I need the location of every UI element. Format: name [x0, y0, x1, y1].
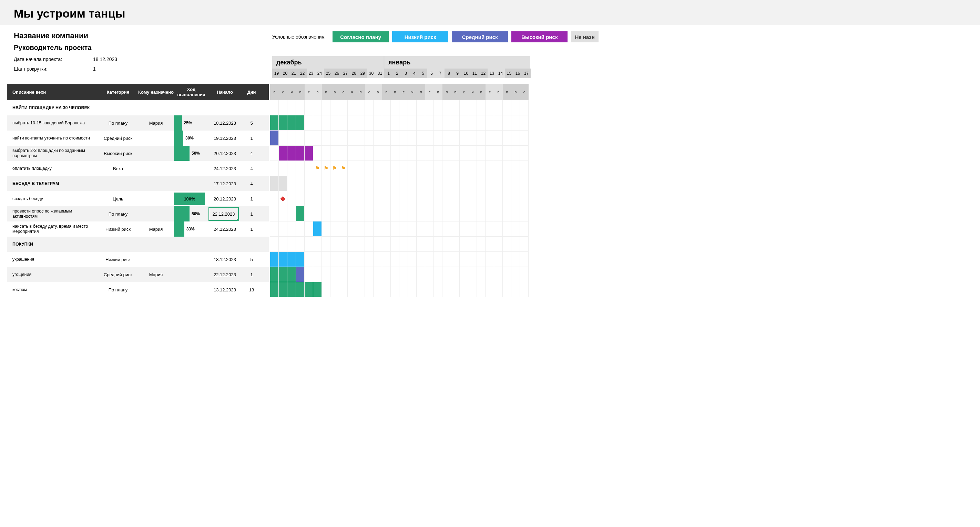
- gantt-cell[interactable]: [503, 252, 511, 267]
- gantt-cell[interactable]: [417, 191, 425, 206]
- gantt-cell[interactable]: [477, 100, 485, 115]
- gantt-cell[interactable]: [322, 115, 331, 130]
- gantt-cell[interactable]: [451, 176, 460, 191]
- gantt-cell[interactable]: [296, 191, 305, 206]
- gantt-cell[interactable]: [477, 237, 485, 252]
- gantt-cell[interactable]: [485, 115, 494, 130]
- gantt-cell[interactable]: [356, 252, 365, 267]
- gantt-cell[interactable]: [434, 206, 442, 221]
- gantt-cell[interactable]: [279, 267, 287, 282]
- gantt-cell[interactable]: [270, 252, 279, 267]
- gantt-cell[interactable]: [287, 100, 296, 115]
- gantt-cell[interactable]: [339, 115, 348, 130]
- gantt-cell[interactable]: [408, 130, 417, 146]
- gantt-cell[interactable]: [434, 100, 442, 115]
- gantt-cell[interactable]: [468, 130, 477, 146]
- gantt-cell[interactable]: [270, 237, 279, 252]
- gantt-cell[interactable]: [279, 282, 287, 297]
- gantt-cell[interactable]: [287, 252, 296, 267]
- gantt-cell[interactable]: [460, 267, 468, 282]
- gantt-cell[interactable]: [331, 206, 339, 221]
- gantt-cell[interactable]: [477, 115, 485, 130]
- gantt-cell[interactable]: [296, 115, 305, 130]
- gantt-cell[interactable]: [442, 267, 451, 282]
- gantt-cell[interactable]: [322, 282, 331, 297]
- gantt-cell[interactable]: [520, 146, 528, 161]
- gantt-cell[interactable]: [477, 206, 485, 221]
- gantt-cell[interactable]: [503, 115, 511, 130]
- gantt-cell[interactable]: [399, 237, 408, 252]
- gantt-cell[interactable]: [460, 100, 468, 115]
- gantt-cell[interactable]: [365, 130, 374, 146]
- gantt-cell[interactable]: [442, 115, 451, 130]
- gantt-cell[interactable]: [279, 252, 287, 267]
- gantt-cell[interactable]: [270, 267, 279, 282]
- gantt-cell[interactable]: [494, 191, 503, 206]
- gantt-cell[interactable]: [399, 221, 408, 237]
- gantt-cell[interactable]: [356, 237, 365, 252]
- gantt-cell[interactable]: [391, 146, 399, 161]
- gantt-cell[interactable]: [485, 176, 494, 191]
- gantt-cell[interactable]: [374, 146, 382, 161]
- gantt-cell[interactable]: [511, 115, 520, 130]
- gantt-cell[interactable]: [442, 161, 451, 176]
- gantt-cell[interactable]: [477, 252, 485, 267]
- gantt-cell[interactable]: [503, 191, 511, 206]
- gantt-cell[interactable]: [270, 130, 279, 146]
- task-start[interactable]: 20.12.2023: [208, 196, 241, 202]
- gantt-cell[interactable]: [408, 252, 417, 267]
- gantt-cell[interactable]: [434, 191, 442, 206]
- gantt-cell[interactable]: [417, 221, 425, 237]
- gantt-cell[interactable]: [270, 191, 279, 206]
- gantt-cell[interactable]: [339, 252, 348, 267]
- gantt-cell[interactable]: [305, 252, 313, 267]
- task-start[interactable]: 17.12.2023: [208, 181, 241, 186]
- gantt-cell[interactable]: [322, 252, 331, 267]
- gantt-cell[interactable]: [313, 176, 322, 191]
- gantt-cell[interactable]: [494, 115, 503, 130]
- gantt-cell[interactable]: [365, 221, 374, 237]
- gantt-cell[interactable]: [451, 282, 460, 297]
- gantt-cell[interactable]: [494, 237, 503, 252]
- gantt-cell[interactable]: [408, 176, 417, 191]
- gantt-cell[interactable]: [356, 115, 365, 130]
- gantt-cell[interactable]: [391, 176, 399, 191]
- gantt-cell[interactable]: [305, 282, 313, 297]
- gantt-cell[interactable]: [468, 161, 477, 176]
- gantt-cell[interactable]: [494, 282, 503, 297]
- gantt-cell[interactable]: [477, 267, 485, 282]
- gantt-cell[interactable]: [417, 130, 425, 146]
- task-start[interactable]: 18.12.2023: [208, 121, 241, 126]
- gantt-cell[interactable]: [365, 252, 374, 267]
- gantt-cell[interactable]: [460, 282, 468, 297]
- gantt-cell[interactable]: [399, 267, 408, 282]
- gantt-cell[interactable]: [313, 115, 322, 130]
- gantt-cell[interactable]: [503, 130, 511, 146]
- gantt-cell[interactable]: [356, 146, 365, 161]
- gantt-cell[interactable]: [503, 206, 511, 221]
- gantt-cell[interactable]: [442, 221, 451, 237]
- gantt-cell[interactable]: [348, 100, 356, 115]
- gantt-cell[interactable]: [485, 100, 494, 115]
- gantt-cell[interactable]: [348, 161, 356, 176]
- gantt-cell[interactable]: [434, 176, 442, 191]
- gantt-cell[interactable]: [305, 267, 313, 282]
- gantt-cell[interactable]: [313, 252, 322, 267]
- task-start[interactable]: 18.12.2023: [208, 257, 241, 262]
- gantt-cell[interactable]: [356, 130, 365, 146]
- gantt-cell[interactable]: [305, 100, 313, 115]
- gantt-cell[interactable]: [511, 100, 520, 115]
- gantt-cell[interactable]: [339, 237, 348, 252]
- gantt-cell[interactable]: [451, 146, 460, 161]
- task-row[interactable]: провести опрос по желаемым активностямПо…: [7, 206, 269, 221]
- gantt-cell[interactable]: [442, 130, 451, 146]
- gantt-cell[interactable]: [399, 206, 408, 221]
- gantt-cell[interactable]: [382, 252, 391, 267]
- gantt-cell[interactable]: ⚑: [313, 161, 322, 176]
- scroll-step-value[interactable]: 1: [93, 66, 96, 71]
- gantt-cell[interactable]: [279, 191, 287, 206]
- gantt-cell[interactable]: [305, 146, 313, 161]
- gantt-cell[interactable]: [511, 130, 520, 146]
- gantt-cell[interactable]: [331, 252, 339, 267]
- gantt-cell[interactable]: [494, 221, 503, 237]
